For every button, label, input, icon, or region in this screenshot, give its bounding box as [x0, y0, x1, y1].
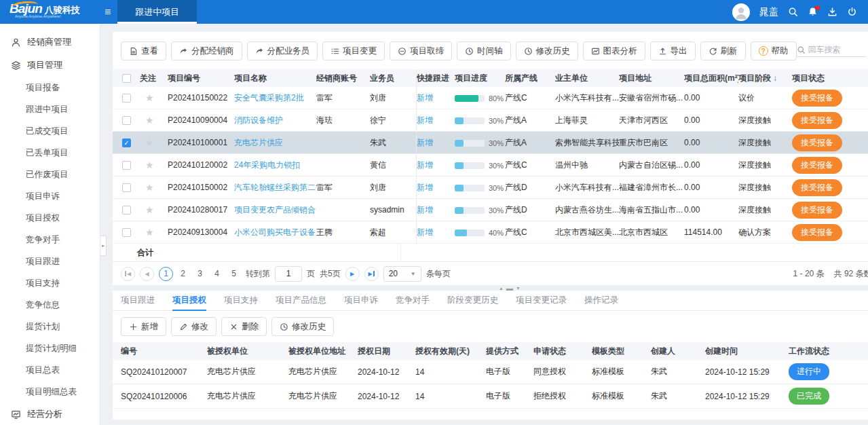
page-prev-button[interactable]: ◀ [140, 267, 154, 281]
tab-阶段变更历史[interactable]: 阶段变更历史 [447, 291, 498, 311]
star-icon[interactable]: ★ [145, 204, 154, 215]
导出-button[interactable]: 导出 [650, 41, 696, 60]
accept-report-button[interactable]: 接受报备 [792, 112, 842, 129]
sidebar-item-竞争对手[interactable]: 竞争对手 [0, 229, 100, 251]
row-checkbox[interactable] [122, 183, 131, 192]
tab-项目支持[interactable]: 项目支持 [224, 291, 258, 311]
图表分析-button[interactable]: 图表分析 [583, 41, 645, 60]
sidebar-item-跟进中项目[interactable]: 跟进中项目 [0, 98, 100, 120]
sidebar-item-已作废项目[interactable]: 已作废项目 [0, 164, 100, 185]
tab-项目产品信息[interactable]: 项目产品信息 [276, 291, 326, 311]
table-row[interactable]: ★P202409130004小米公司购买电子设备...王腾索超新增40%产线C北… [113, 221, 868, 244]
修改-button[interactable]: 修改 [171, 317, 216, 336]
tab-操作记录[interactable]: 操作记录 [584, 291, 618, 311]
accept-report-button[interactable]: 接受报备 [792, 90, 842, 107]
project-name-link[interactable]: 项目变更农产品倾销合... [234, 205, 316, 215]
select-all-cell[interactable] [113, 74, 140, 83]
新增-button[interactable]: 新增 [121, 317, 166, 336]
page-first-button[interactable]: ◀ [121, 267, 135, 281]
accept-report-button[interactable]: 接受报备 [792, 224, 842, 241]
tab-项目授权[interactable]: 项目授权 [172, 291, 206, 311]
table-row[interactable]: ✓★P202410100001充电芯片供应朱武新增30%产线A索弗智能共享科技重… [113, 132, 868, 154]
table-row[interactable]: ★P202410280017项目变更农产品倾销合...sysadmin新增30%… [113, 199, 868, 221]
分配经销商-button[interactable]: 分配经销商 [171, 41, 242, 60]
avatar[interactable] [732, 3, 750, 21]
sidebar-item-已丢单项目[interactable]: 已丢单项目 [0, 142, 100, 164]
row-checkbox[interactable] [122, 228, 131, 237]
page-next-button[interactable]: ▶ [345, 267, 360, 281]
查看-button[interactable]: 查看 [121, 41, 166, 60]
topbar-tab-active[interactable]: 跟进中项目 [117, 0, 197, 24]
table-row[interactable]: ★P202410090004消防设备维护海珐徐宁新增30%产线A上海菲灵天津市河… [113, 109, 868, 132]
sidebar-item-项目管理[interactable]: 项目管理 [0, 54, 100, 77]
时间轴-button[interactable]: 时间轴 [457, 41, 511, 60]
quick-follow-link[interactable]: 新增 [417, 160, 433, 171]
quick-follow-link[interactable]: 新增 [417, 182, 433, 193]
修改历史-button[interactable]: 修改历史 [516, 41, 578, 60]
project-name-link[interactable]: 安全气囊采购第2批 [234, 93, 304, 103]
power-icon[interactable] [847, 7, 857, 17]
sidebar-item-项目跟进[interactable]: 项目跟进 [0, 251, 100, 272]
goto-page-input[interactable] [275, 266, 302, 282]
sidebar-item-提货计划明细[interactable]: 提货计划明细 [0, 337, 100, 359]
table-row[interactable]: SQ202410120006充电芯片供应充电芯片供应2024-10-1214电子… [113, 384, 868, 409]
row-checkbox[interactable] [122, 206, 131, 215]
download-icon[interactable] [827, 7, 837, 17]
page-last-button[interactable]: ▶ [364, 267, 379, 281]
table-row[interactable]: ★P20241012000224年采购电力锁扣黄信新增30%产线C温州中驰内蒙古… [113, 154, 868, 177]
project-name-link[interactable]: 充电芯片供应 [234, 138, 283, 147]
sidebar-item-项目支持[interactable]: 项目支持 [0, 272, 100, 294]
project-name-link[interactable]: 消防设备维护 [234, 115, 283, 125]
tab-竞争对手[interactable]: 竞争对手 [396, 291, 430, 311]
search-icon[interactable] [788, 7, 798, 17]
quick-follow-link[interactable]: 新增 [417, 137, 433, 149]
username[interactable]: 晁盖 [759, 6, 778, 18]
项目取缔-button[interactable]: 项目取缔 [390, 41, 452, 60]
accept-report-button[interactable]: 接受报备 [792, 134, 842, 151]
search-input[interactable] [808, 45, 867, 54]
帮助-button[interactable]: ?帮助 [751, 41, 797, 60]
tab-项目跟进[interactable]: 项目跟进 [121, 291, 155, 311]
sidebar-item-项目授权[interactable]: 项目授权 [0, 207, 100, 229]
tab-项目变更记录[interactable]: 项目变更记录 [516, 291, 567, 311]
page-number-4[interactable]: 4 [210, 267, 224, 281]
star-icon[interactable]: ★ [145, 137, 154, 148]
row-checkbox[interactable] [122, 94, 131, 103]
sidebar-item-项目总表[interactable]: 项目总表 [0, 359, 100, 381]
page-number-5[interactable]: 5 [227, 267, 241, 281]
sidebar-item-项目申诉[interactable]: 项目申诉 [0, 185, 100, 207]
star-icon[interactable]: ★ [145, 160, 154, 170]
row-checkbox[interactable]: ✓ [122, 138, 131, 147]
page-number-1[interactable]: 1 [159, 267, 173, 281]
sidebar-item-项目报备[interactable]: 项目报备 [0, 77, 100, 98]
quick-follow-link[interactable]: 新增 [417, 227, 433, 238]
star-icon[interactable]: ★ [145, 92, 154, 103]
sidebar-item-提货计划[interactable]: 提货计划 [0, 316, 100, 337]
sidebar-item-项目明细总表[interactable]: 项目明细总表 [0, 381, 100, 403]
star-icon[interactable]: ★ [145, 182, 154, 193]
project-name-link[interactable]: 汽车轮胎螺丝采购第二批 [234, 183, 316, 192]
page-number-3[interactable]: 3 [193, 267, 207, 281]
star-icon[interactable]: ★ [145, 115, 154, 126]
star-icon[interactable]: ★ [145, 227, 154, 238]
项目变更-button[interactable]: 项目变更 [322, 41, 385, 60]
accept-report-button[interactable]: 接受报备 [792, 179, 842, 196]
menu-toggle-icon[interactable]: ≡ [105, 6, 111, 18]
sort-desc-icon[interactable]: ↓ [773, 73, 777, 83]
page-number-2[interactable]: 2 [176, 267, 190, 281]
tab-项目申诉[interactable]: 项目申诉 [344, 291, 378, 311]
bell-icon[interactable] [808, 7, 818, 17]
刷新-button[interactable]: 刷新 [700, 41, 746, 60]
accept-report-button[interactable]: 接受报备 [792, 202, 842, 219]
修改历史-button[interactable]: 修改历史 [271, 317, 334, 336]
accept-report-button[interactable]: 接受报备 [792, 157, 842, 174]
row-checkbox[interactable] [122, 161, 131, 170]
project-name-link[interactable]: 小米公司购买电子设备... [234, 227, 316, 237]
quick-follow-link[interactable]: 新增 [417, 204, 433, 216]
row-checkbox[interactable] [122, 116, 131, 125]
quick-follow-link[interactable]: 新增 [417, 115, 433, 126]
table-row[interactable]: SQ202410120007充电芯片供应充电芯片供应2024-10-1214电子… [113, 360, 868, 384]
project-name-link[interactable]: 24年采购电力锁扣 [234, 160, 300, 170]
sidebar-item-经销商管理[interactable]: 经销商管理 [0, 31, 100, 54]
删除-button[interactable]: 删除 [221, 317, 267, 336]
